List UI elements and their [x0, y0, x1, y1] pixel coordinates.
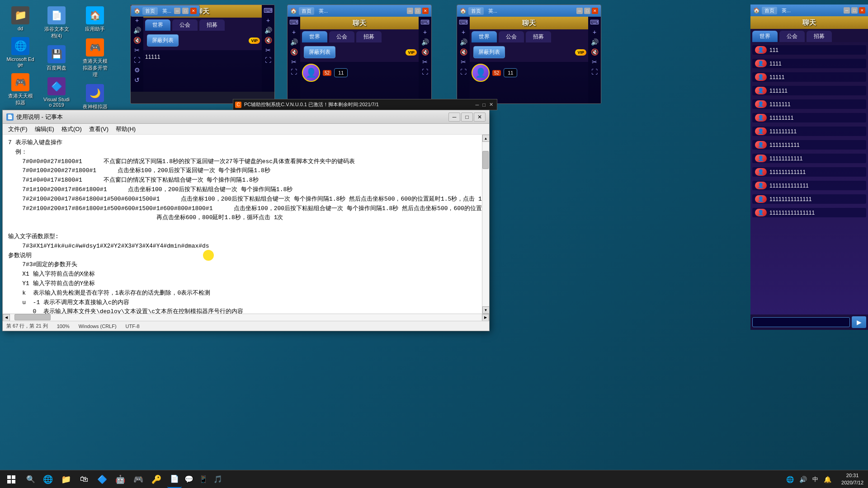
- gw2-right-ctrl-5[interactable]: ✂: [422, 58, 428, 66]
- scroll-left-btn[interactable]: ◀: [3, 314, 10, 321]
- gw2-maximize-btn[interactable]: □: [415, 8, 421, 14]
- cw-maximize-btn[interactable]: □: [481, 102, 487, 108]
- rp-minimize-btn[interactable]: ─: [844, 7, 850, 14]
- notepad-scrollbar-vertical[interactable]: ▲ ▼: [482, 135, 489, 314]
- gw1-tab-home[interactable]: 首页: [142, 7, 158, 15]
- gw3-right-ctrl-6[interactable]: ⛶: [591, 68, 598, 75]
- gw3-close-btn[interactable]: ✕: [592, 8, 598, 14]
- gw1-right-icon-1[interactable]: ⌨: [264, 7, 273, 14]
- gw3-blocklist-btn[interactable]: 屏蔽列表: [473, 46, 505, 58]
- gw1-ctrl-icon-7[interactable]: ⚙: [134, 66, 140, 74]
- taskbar-edge-icon[interactable]: 🌐: [39, 470, 57, 488]
- desktop-icon-edge[interactable]: 🌐 Microsoft Edge: [5, 35, 36, 69]
- gw1-close-btn[interactable]: ✕: [190, 8, 197, 14]
- gw3-minimize-btn[interactable]: ─: [576, 8, 583, 14]
- gw3-right-ctrl-2[interactable]: +: [593, 28, 596, 36]
- rp-tab-world[interactable]: 世界: [752, 31, 778, 42]
- gw2-minimize-btn[interactable]: ─: [407, 8, 413, 14]
- tray-notification-icon[interactable]: 🔔: [822, 475, 833, 484]
- desktop-icon-baidu[interactable]: 💾 百度网盘: [41, 43, 72, 73]
- taskbar-explorer-icon[interactable]: 📁: [57, 470, 75, 488]
- gw2-ctrl-icon-6[interactable]: ⛶: [291, 68, 297, 75]
- desktop-icon-vs2019[interactable]: 🔷 Visual Studio 2019: [41, 75, 72, 109]
- rp-tab-recruit[interactable]: 招募: [807, 31, 832, 42]
- taskbar-key-icon[interactable]: 🔑: [147, 470, 165, 488]
- taskbar-store-icon[interactable]: 🛍: [75, 470, 93, 488]
- rp-maximize-btn[interactable]: □: [851, 7, 858, 14]
- gw2-tab-other[interactable]: 英...: [316, 7, 330, 15]
- gw1-right-icon-3[interactable]: 🔊: [264, 27, 272, 34]
- gw2-right-ctrl-4[interactable]: 🔇: [421, 48, 429, 56]
- tray-volume-icon[interactable]: 🔊: [797, 475, 809, 484]
- gw3-tab-other[interactable]: 英...: [486, 7, 500, 15]
- right-chat-input[interactable]: [752, 317, 850, 327]
- gw3-right-ctrl-1[interactable]: ⌨: [590, 19, 599, 26]
- notepad-scrollbar-horizontal[interactable]: ◀ ▶: [3, 314, 489, 321]
- gw2-right-ctrl-1[interactable]: ⌨: [420, 19, 429, 26]
- gw2-right-ctrl-3[interactable]: 🔊: [421, 38, 429, 46]
- desktop-icon-apphome[interactable]: 🏠 应用助手: [79, 5, 111, 34]
- gw1-tab-world[interactable]: 世界: [145, 19, 170, 31]
- gw1-maximize-btn[interactable]: □: [182, 8, 189, 14]
- gw1-tab-other[interactable]: 英...: [160, 7, 174, 15]
- right-chat-send-btn[interactable]: ▶: [852, 316, 866, 328]
- gw1-tab-recruit[interactable]: 招募: [199, 19, 225, 31]
- gw3-right-ctrl-5[interactable]: ✂: [592, 58, 597, 66]
- scroll-x-track[interactable]: [10, 314, 482, 321]
- notepad-menu-view[interactable]: 查看(V): [85, 124, 112, 134]
- gw3-right-ctrl-3[interactable]: 🔊: [591, 38, 599, 46]
- gw2-tab-recruit[interactable]: 招募: [356, 31, 382, 42]
- gw2-ctrl-icon-5[interactable]: ✂: [291, 58, 297, 66]
- notepad-menu-edit[interactable]: 编辑(E): [31, 124, 58, 134]
- tray-network-icon[interactable]: 🌐: [784, 475, 796, 484]
- gw2-tab-world[interactable]: 世界: [302, 31, 327, 42]
- start-button[interactable]: [0, 470, 23, 488]
- gw2-blocklist-btn[interactable]: 屏蔽列表: [304, 46, 335, 58]
- cw-close-btn[interactable]: ✕: [487, 102, 495, 108]
- scroll-thumb[interactable]: [482, 151, 489, 169]
- scroll-right-btn[interactable]: ▶: [482, 314, 489, 321]
- gw3-ctrl-icon-4[interactable]: 🔇: [460, 48, 467, 56]
- gw3-right-ctrl-4[interactable]: 🔇: [591, 48, 599, 56]
- gw3-tab-guild[interactable]: 公会: [499, 31, 524, 42]
- taskbar-game-icon[interactable]: 🎮: [129, 470, 147, 488]
- notepad-maximize-btn[interactable]: □: [461, 113, 473, 122]
- gw3-ctrl-icon-5[interactable]: ✂: [461, 58, 466, 66]
- gw1-tab-guild[interactable]: 公会: [172, 19, 198, 31]
- gw3-tab-world[interactable]: 世界: [472, 31, 497, 42]
- gw1-blocklist-btn[interactable]: 屏蔽列表: [147, 34, 179, 47]
- gw3-ctrl-icon-1[interactable]: ⌨: [459, 19, 468, 26]
- tray-ime-label[interactable]: 中: [811, 474, 820, 484]
- rp-tab-other[interactable]: 英...: [779, 7, 793, 14]
- gw3-maximize-btn[interactable]: □: [584, 8, 590, 14]
- gw3-tab-recruit[interactable]: 招募: [526, 31, 551, 42]
- gw1-ctrl-icon-4[interactable]: 🔇: [133, 37, 141, 44]
- gw2-ctrl-icon-2[interactable]: +: [292, 28, 296, 36]
- notepad-menu-format[interactable]: 格式(O): [58, 124, 85, 134]
- scroll-down-btn[interactable]: ▼: [482, 306, 490, 314]
- gw3-tab-home[interactable]: 首页: [468, 7, 484, 15]
- notepad-textarea[interactable]: 7 表示输入键盘操作 例： 7#0#0#0#27#1800#1 不点窗口的情况下…: [3, 135, 482, 314]
- scroll-up-btn[interactable]: ▲: [482, 135, 490, 142]
- gw1-ctrl-icon-5[interactable]: ✂: [134, 47, 140, 54]
- gw1-ctrl-icon-3[interactable]: 🔊: [133, 27, 141, 34]
- cw-minimize-btn[interactable]: ─: [474, 102, 481, 108]
- gw1-minimize-btn[interactable]: ─: [174, 8, 180, 14]
- gw3-ctrl-icon-3[interactable]: 🔊: [460, 38, 467, 46]
- taskbar-emulator-group[interactable]: 📱: [196, 471, 211, 488]
- notepad-menu-help[interactable]: 帮助(H): [112, 124, 139, 134]
- notepad-minimize-btn[interactable]: ─: [448, 113, 460, 122]
- gw2-right-ctrl-2[interactable]: +: [423, 28, 427, 36]
- taskbar-vs-icon[interactable]: 🔷: [93, 470, 111, 488]
- gw1-ctrl-icon-8[interactable]: ↺: [134, 76, 140, 84]
- rp-tab-home[interactable]: 首页: [762, 7, 777, 14]
- taskbar-android-icon[interactable]: 🤖: [111, 470, 129, 488]
- gw2-ctrl-icon-3[interactable]: 🔊: [290, 38, 298, 46]
- gw2-ctrl-icon-4[interactable]: 🔇: [290, 48, 298, 56]
- notepad-menu-file[interactable]: 文件(F): [5, 124, 31, 134]
- gw3-ctrl-icon-6[interactable]: ⛶: [460, 68, 467, 75]
- taskbar-qq-group[interactable]: 💬: [182, 471, 196, 488]
- taskbar-notepad-group[interactable]: 📄: [167, 471, 182, 488]
- rp-close-btn[interactable]: ✕: [859, 7, 865, 14]
- desktop-icon-tiankongguan[interactable]: 🎮 查港天天模拟器多开管理: [79, 37, 111, 80]
